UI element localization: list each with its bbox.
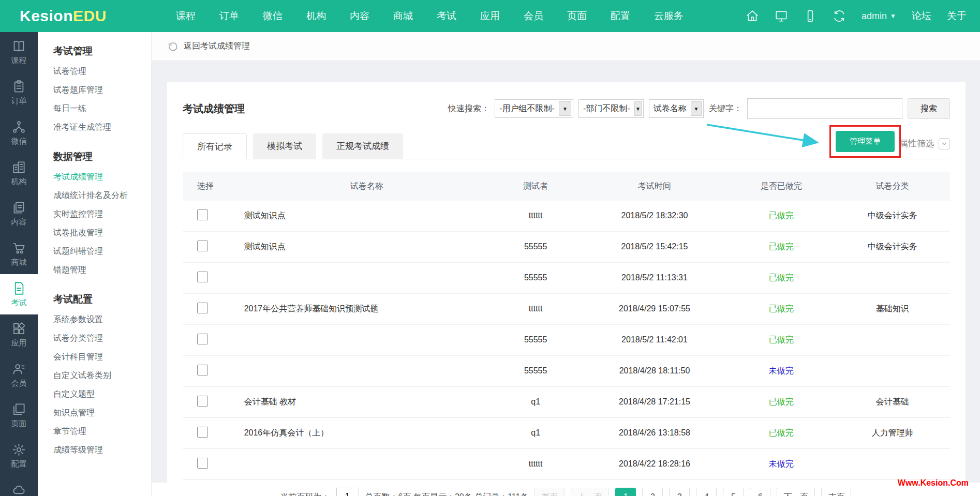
chevron-down-icon[interactable] xyxy=(939,138,950,149)
row-checkbox[interactable] xyxy=(197,334,208,344)
cell-exam-time: 2018/5/2 11:13:31 xyxy=(582,273,727,282)
rail-item-内容[interactable]: 内容 xyxy=(0,193,38,234)
row-checkbox[interactable] xyxy=(197,272,208,282)
rail-item-会员[interactable]: 会员 xyxy=(0,355,38,395)
first-page-button[interactable]: 首页 xyxy=(534,488,565,496)
menu-item-每日一练[interactable]: 每日一练 xyxy=(53,99,151,118)
monitor-icon[interactable] xyxy=(775,9,788,23)
table-body: 测试知识点tttttt2018/5/2 18:32:30已做完中级会计实务测试知… xyxy=(183,201,950,496)
menu-item-试卷管理[interactable]: 试卷管理 xyxy=(53,62,151,81)
pagination-summary: 总页数：6页 每页显示：20条 总记录：111条 xyxy=(365,488,529,496)
nav-item-7[interactable]: 应用 xyxy=(480,9,500,23)
table-row: 测试知识点555552018/5/2 15:42:15已做完中级会计实务 xyxy=(183,232,950,263)
manage-menu-button[interactable]: 管理菜单 xyxy=(836,131,895,152)
rail-item-订单[interactable]: 订单 xyxy=(0,72,38,113)
last-page-button[interactable]: 末页 xyxy=(821,488,851,496)
menu-item-试题纠错管理[interactable]: 试题纠错管理 xyxy=(53,242,151,261)
nav-item-1[interactable]: 订单 xyxy=(219,9,239,23)
nav-item-8[interactable]: 会员 xyxy=(524,9,543,23)
menu-item-成绩等级管理[interactable]: 成绩等级管理 xyxy=(53,441,151,459)
rail-item-应用[interactable]: 应用 xyxy=(0,314,38,355)
tab-formal-exam-scores[interactable]: 正规考试成绩 xyxy=(322,133,403,159)
tab-all-records[interactable]: 所有记录 xyxy=(183,133,247,159)
about-link[interactable]: 关于 xyxy=(947,9,967,23)
page-number-3[interactable]: 3 xyxy=(669,488,690,496)
usergroup-select[interactable]: -用户组不限制- ▼ xyxy=(495,99,573,118)
row-checkbox[interactable] xyxy=(197,303,208,313)
prev-page-button[interactable]: 上一页 xyxy=(571,488,609,496)
icon-rail-sidebar: 课程订单微信机构内容商城考试应用会员页面配置云服务 xyxy=(0,32,38,496)
forum-link[interactable]: 论坛 xyxy=(912,9,931,23)
tab-mock-exam[interactable]: 模拟考试 xyxy=(253,133,316,159)
cell-paper-name: 测试知识点 xyxy=(244,242,490,252)
cell-paper-name: 2017年公共营养师基础知识预测试题 xyxy=(244,304,490,314)
rail-item-配置[interactable]: 配置 xyxy=(0,435,38,476)
page-number-2[interactable]: 2 xyxy=(642,488,663,496)
menu-item-考试成绩管理[interactable]: 考试成绩管理 xyxy=(53,168,151,186)
cell-tester: tttttt xyxy=(489,459,582,469)
menu-item-知识点管理[interactable]: 知识点管理 xyxy=(53,403,151,422)
table-row: 555552018/5/2 11:13:31已做完 xyxy=(183,263,950,294)
rail-item-机构[interactable]: 机构 xyxy=(0,153,38,193)
menu-heading: 考试管理 xyxy=(53,44,151,58)
menu-item-会计科目管理[interactable]: 会计科目管理 xyxy=(53,348,151,366)
nav-menu: 课程订单微信机构内容商城考试应用会员页面配置云服务 xyxy=(176,0,684,32)
rail-item-课程[interactable]: 课程 xyxy=(0,32,38,72)
rail-item-商城[interactable]: 商城 xyxy=(0,234,38,274)
nav-item-11[interactable]: 云服务 xyxy=(654,9,684,23)
nav-item-6[interactable]: 考试 xyxy=(437,9,456,23)
department-select[interactable]: -部门不限制- ▼ xyxy=(578,99,644,118)
nav-item-10[interactable]: 配置 xyxy=(611,9,630,23)
rail-item-label: 配置 xyxy=(11,459,27,469)
page-number-4[interactable]: 4 xyxy=(696,488,717,496)
row-checkbox[interactable] xyxy=(197,209,208,220)
rail-item-label: 内容 xyxy=(11,217,27,227)
keyword-input[interactable] xyxy=(747,98,902,119)
menu-item-试卷批改管理[interactable]: 试卷批改管理 xyxy=(53,223,151,242)
current-page-input[interactable] xyxy=(336,488,359,496)
attribute-filter[interactable]: 属性筛选 xyxy=(899,138,950,149)
paper-name-select[interactable]: 试卷名称 ▼ xyxy=(649,99,704,118)
menu-item-章节管理[interactable]: 章节管理 xyxy=(53,422,151,441)
nav-item-2[interactable]: 微信 xyxy=(263,9,283,23)
mobile-icon[interactable] xyxy=(804,9,817,23)
menu-item-错题管理[interactable]: 错题管理 xyxy=(53,261,151,279)
nav-item-3[interactable]: 机构 xyxy=(306,9,326,23)
row-checkbox[interactable] xyxy=(197,365,208,375)
row-checkbox[interactable] xyxy=(197,396,208,407)
breadcrumb-back-link[interactable]: 返回考试成绩管理 xyxy=(184,41,250,52)
col-tester: 测试者 xyxy=(489,181,582,192)
page-number-5[interactable]: 5 xyxy=(723,488,744,496)
nav-item-9[interactable]: 页面 xyxy=(567,9,587,23)
content-icon xyxy=(12,201,26,215)
table-row: 会计基础 教材q12018/4/28 17:21:15已做完会计基础 xyxy=(183,387,950,418)
home-icon[interactable] xyxy=(746,9,759,23)
nav-item-0[interactable]: 课程 xyxy=(176,9,196,23)
menu-item-成绩统计排名及分析[interactable]: 成绩统计排名及分析 xyxy=(53,186,151,205)
menu-item-系统参数设置[interactable]: 系统参数设置 xyxy=(53,310,151,329)
admin-dropdown[interactable]: admin ▼ xyxy=(862,11,896,22)
menu-item-试卷题库管理[interactable]: 试卷题库管理 xyxy=(53,81,151,99)
row-checkbox[interactable] xyxy=(197,458,208,469)
share-icon xyxy=(12,120,26,134)
rail-item-考试[interactable]: 考试 xyxy=(0,274,38,314)
cell-exam-time: 2018/4/26 13:18:58 xyxy=(582,428,727,438)
menu-item-自定义试卷类别[interactable]: 自定义试卷类别 xyxy=(53,366,151,385)
menu-item-试卷分类管理[interactable]: 试卷分类管理 xyxy=(53,329,151,348)
next-page-button[interactable]: 下一页 xyxy=(777,488,815,496)
rail-item-页面[interactable]: 页面 xyxy=(0,395,38,435)
nav-item-4[interactable]: 内容 xyxy=(350,9,369,23)
menu-item-实时监控管理[interactable]: 实时监控管理 xyxy=(53,205,151,223)
menu-item-自定义题型[interactable]: 自定义题型 xyxy=(53,385,151,403)
rail-item-云服务[interactable]: 云服务 xyxy=(0,476,38,496)
menu-item-准考证生成管理[interactable]: 准考证生成管理 xyxy=(53,118,151,137)
refresh-icon[interactable] xyxy=(833,9,846,23)
cell-paper-name: 2016年仿真会计（上） xyxy=(244,428,490,439)
nav-item-5[interactable]: 商城 xyxy=(393,9,413,23)
page-number-6[interactable]: 6 xyxy=(750,488,770,496)
search-button[interactable]: 搜索 xyxy=(908,98,950,119)
row-checkbox[interactable] xyxy=(197,241,208,251)
rail-item-微信[interactable]: 微信 xyxy=(0,113,38,153)
row-checkbox[interactable] xyxy=(197,427,208,438)
page-number-1[interactable]: 1 xyxy=(615,488,636,496)
